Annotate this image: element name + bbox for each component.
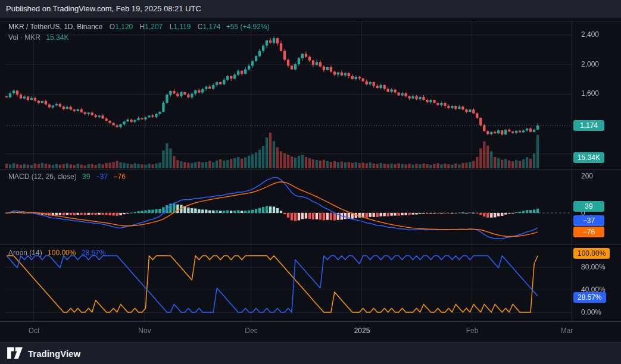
- macd-line-badge: −37: [573, 215, 604, 226]
- time-label-nov: Nov: [138, 327, 151, 335]
- volume-value: 15.34K: [46, 33, 68, 42]
- aroon-up-badge: 100.00%: [573, 248, 610, 259]
- macd-histogram-badge: 39: [573, 201, 604, 212]
- footer-bar: TradingView: [0, 342, 621, 364]
- time-label-oct: Oct: [29, 327, 40, 335]
- price-tick-2400: 2,400: [581, 30, 599, 39]
- open-value: 1,120: [115, 23, 133, 31]
- high-label: H: [140, 23, 145, 31]
- macd-tick-200: 200: [581, 172, 593, 180]
- volume-label[interactable]: Vol · MKR: [8, 33, 40, 42]
- symbol-title[interactable]: MKR / TetherUS, 1D, Binance: [8, 23, 103, 31]
- macd-signal-value: −76: [113, 172, 125, 181]
- time-label-2025: 2025: [354, 327, 370, 335]
- published-banner: Published on TradingView.com, Feb 19, 20…: [0, 0, 621, 18]
- aroon-down-badge: 28.57%: [573, 292, 606, 303]
- price-legend: MKR / TetherUS, 1D, Binance O1,120 H1,20…: [8, 23, 270, 31]
- high-value: 1,207: [145, 23, 163, 31]
- volume-badge: 15.34K: [573, 152, 604, 163]
- tradingview-published-chart: Published on TradingView.com, Feb 19, 20…: [0, 0, 621, 364]
- last-price-badge: 1,174: [573, 120, 604, 131]
- aroon-title[interactable]: Aroon (14): [8, 249, 42, 257]
- macd-line-value: −37: [96, 172, 108, 181]
- time-label-mar: Mar: [561, 327, 573, 335]
- macd-signal-badge: −76: [573, 227, 604, 237]
- low-value: 1,119: [173, 23, 191, 31]
- change-value: +55 (+4.92%): [226, 23, 270, 31]
- tradingview-brand-text[interactable]: TradingView: [28, 349, 80, 359]
- macd-hist-value: 39: [82, 172, 90, 181]
- aroon-tick-80: 80.00%: [581, 263, 606, 271]
- published-text: Published on TradingView.com, Feb 19, 20…: [6, 4, 201, 13]
- aroon-tick-0: 0.00%: [581, 308, 601, 316]
- price-tick-1600: 1,600: [581, 89, 599, 98]
- aroon-legend: Aroon (14) 100.00% 28.57%: [8, 249, 105, 257]
- close-value: 1,174: [202, 23, 220, 31]
- macd-title[interactable]: MACD (12, 26, close): [8, 172, 77, 181]
- tradingview-logo-icon[interactable]: [7, 347, 23, 359]
- time-label-dec: Dec: [245, 327, 257, 335]
- open-label: O: [110, 23, 115, 31]
- aroon-up-value: 100.00%: [48, 249, 76, 257]
- aroon-down-value: 28.57%: [82, 249, 106, 257]
- price-tick-2000: 2,000: [581, 60, 599, 68]
- macd-legend: MACD (12, 26, close) 39 −37 −76: [8, 172, 126, 181]
- volume-legend: Vol · MKR 15.34K: [8, 33, 68, 42]
- time-label-feb: Feb: [466, 327, 479, 335]
